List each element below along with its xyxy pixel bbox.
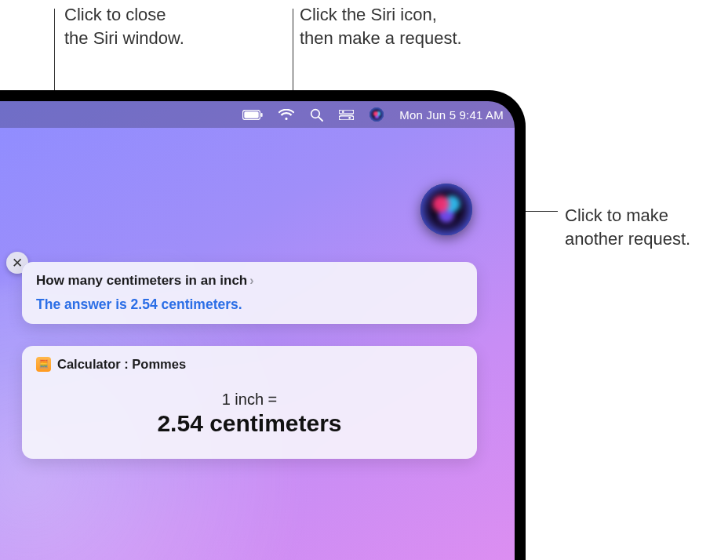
control-center-icon[interactable] [339, 110, 354, 120]
callout-siri-icon-text: Click the Siri icon, then make a request… [300, 3, 462, 49]
desktop-screen: Mon Jun 5 9:41 AM ✕ How many centimeters… [0, 101, 515, 560]
calculator-app-icon: 🧮 [36, 357, 51, 372]
calculator-card-title: Calculator : Pommes [57, 357, 186, 372]
menubar-clock[interactable]: Mon Jun 5 9:41 AM [399, 108, 504, 122]
close-icon: ✕ [12, 255, 23, 271]
svg-point-8 [349, 116, 351, 118]
conversion-output: 2.54 centimeters [36, 410, 463, 437]
callout-close-text: Click to close the Siri window. [64, 3, 184, 49]
svg-rect-2 [261, 113, 263, 117]
conversion-input: 1 inch = [36, 391, 463, 409]
spotlight-search-icon[interactable] [310, 108, 323, 122]
siri-menubar-icon[interactable] [369, 107, 384, 122]
siri-query-row[interactable]: How many centimeters in an inch › [36, 273, 463, 289]
siri-answer-card[interactable]: How many centimeters in an inch › The an… [22, 262, 477, 324]
svg-point-6 [342, 111, 344, 113]
siri-answer-text: The answer is 2.54 centimeters. [36, 296, 463, 313]
siri-query-text: How many centimeters in an inch [36, 273, 247, 289]
svg-rect-7 [339, 115, 354, 119]
svg-line-4 [319, 117, 323, 121]
callout-another-request-text: Click to make another request. [565, 204, 690, 250]
menu-bar: Mon Jun 5 9:41 AM [0, 101, 515, 128]
wifi-icon[interactable] [278, 109, 294, 121]
device-frame: Mon Jun 5 9:41 AM ✕ How many centimeters… [0, 90, 526, 560]
siri-orb-button[interactable] [420, 184, 472, 235]
battery-icon[interactable] [242, 110, 263, 120]
chevron-right-icon: › [249, 274, 253, 288]
svg-rect-5 [339, 110, 354, 114]
conversion-result: 1 inch = 2.54 centimeters [36, 372, 463, 448]
svg-rect-1 [245, 111, 259, 118]
siri-calculator-card[interactable]: 🧮 Calculator : Pommes 1 inch = 2.54 cent… [22, 346, 477, 459]
